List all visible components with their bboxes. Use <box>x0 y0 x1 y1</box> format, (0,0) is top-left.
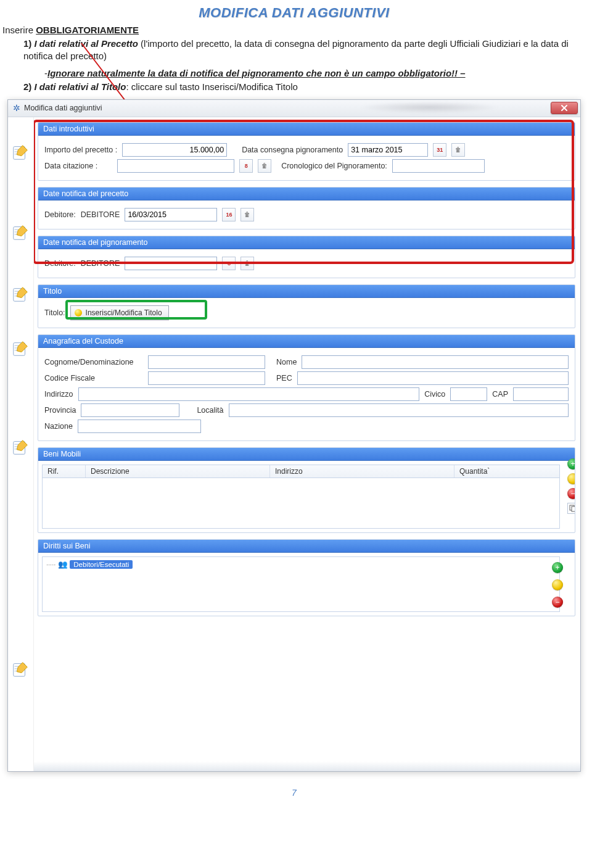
intro-prefix: Inserire <box>2 25 36 35</box>
col-indirizzo: Indirizzo <box>270 465 454 477</box>
debitore-name: DEBITORE <box>81 210 120 219</box>
group-header: Diritti sui Beni <box>38 540 575 553</box>
list-item-2: 2) I dati relativi al Titolo: cliccare s… <box>23 81 586 93</box>
calendar-icon[interactable]: 16 <box>222 208 236 221</box>
tree-node-debitori[interactable]: Debitori/Esecutati <box>70 560 133 569</box>
group-notifica-precetto: Date notifica del precetto Debitore: DEB… <box>38 187 575 229</box>
item2-number: 2) <box>23 81 31 92</box>
note-icon <box>11 143 30 162</box>
col-quantita: Quantita` <box>454 465 559 477</box>
importo-input[interactable] <box>122 143 227 157</box>
titolo-label: Titolo: <box>44 308 65 317</box>
add-node-button[interactable]: + <box>552 562 563 573</box>
window-title: Modifica dati aggiuntivi <box>24 104 102 112</box>
people-icon: 👥 <box>58 560 68 569</box>
data-citazione-input[interactable] <box>117 159 234 173</box>
item2-title: I dati relativi al Titolo <box>35 81 126 92</box>
civico-label: Civico <box>424 390 445 399</box>
group-header: Date notifica del precetto <box>38 188 575 200</box>
group-anagrafica-custode: Anagrafica del Custode Cognome/Denominaz… <box>38 334 575 441</box>
calendar-day: 8 <box>245 163 248 169</box>
note-icon <box>11 660 30 679</box>
remove-row-button[interactable]: − <box>567 488 575 499</box>
trash-icon[interactable]: 🗑 <box>451 143 465 157</box>
group-notifica-pignoramento: Date notifica del pignoramento Debitore:… <box>38 236 575 278</box>
precetto-date-input[interactable] <box>125 208 217 221</box>
cognome-input[interactable] <box>148 355 265 369</box>
pignoramento-date-input[interactable] <box>125 257 217 270</box>
tree-side-buttons: + − <box>552 562 563 608</box>
nazione-input[interactable] <box>78 420 201 433</box>
data-citazione-label: Data citazione : <box>44 162 97 170</box>
intro-mandatory: OBBLIGATORIAMENTE <box>36 25 139 35</box>
debitore-label: Debitore: <box>44 210 76 219</box>
col-rif: Rif. <box>43 465 86 477</box>
pec-input[interactable] <box>297 371 569 385</box>
item1-title: I dati relativi al Precetto <box>35 38 138 49</box>
calendar-day: 31 <box>437 147 443 153</box>
left-gutter <box>8 117 34 771</box>
nome-input[interactable] <box>302 355 569 369</box>
table-body <box>42 478 560 529</box>
cronologico-input[interactable] <box>392 159 485 173</box>
calendar-icon[interactable]: 31 <box>433 143 446 157</box>
note-icon <box>11 223 30 242</box>
page-number: 7 <box>2 788 586 798</box>
data-consegna-label: Data consegna pignoramento <box>242 146 343 154</box>
remove-node-button[interactable]: − <box>552 597 563 608</box>
button-label: Inserisci/Modifica Titolo <box>86 308 162 317</box>
calendar-day: 16 <box>226 212 232 218</box>
edit-node-button[interactable] <box>552 579 563 590</box>
trash-icon[interactable]: 🗑 <box>240 208 254 221</box>
group-header: Beni Mobili <box>38 448 575 461</box>
trash-icon[interactable]: 🗑 <box>240 257 254 270</box>
tree-view[interactable]: ····· 👥 Debitori/Esecutati + − <box>42 556 560 612</box>
list-item-1: 1) I dati relativi al Precetto (l'import… <box>23 38 586 63</box>
copy-button[interactable] <box>567 503 575 514</box>
indirizzo-label: Indirizzo <box>44 390 73 399</box>
titlebar-shadow <box>358 102 500 113</box>
titlebar: ✲ Modifica dati aggiuntivi <box>8 100 580 117</box>
cf-input[interactable] <box>148 371 265 385</box>
group-titolo: Titolo Titolo: Inserisci/Modifica Titolo <box>38 284 575 328</box>
provincia-input[interactable] <box>81 403 179 417</box>
inserisci-modifica-titolo-button[interactable]: Inserisci/Modifica Titolo <box>70 305 169 320</box>
yellow-dot-icon <box>75 309 82 316</box>
localita-label: Località <box>197 406 223 415</box>
content-scroll[interactable]: Dati introduttivi Importo del precetto :… <box>34 117 580 771</box>
item1-subnote: -Ignorare naturalmente la data di notifi… <box>44 68 586 78</box>
civico-input[interactable] <box>450 387 487 401</box>
cap-input[interactable] <box>513 387 569 401</box>
cap-label: CAP <box>492 390 508 399</box>
table-header: Rif. Descrizione Indirizzo Quantita` <box>42 465 560 478</box>
group-header: Date notifica del pignoramento <box>38 236 575 249</box>
group-header: Dati introduttivi <box>38 123 575 136</box>
note-icon <box>11 339 30 358</box>
calendar-icon[interactable]: 8 <box>239 159 253 173</box>
col-descrizione: Descrizione <box>86 465 270 477</box>
item1-number: 1) <box>23 38 31 49</box>
indirizzo-input[interactable] <box>78 387 420 401</box>
cognome-label: Cognome/Denominazione <box>44 358 143 366</box>
group-beni-mobili: Beni Mobili Rif. Descrizione Indirizzo Q… <box>38 447 575 533</box>
calendar-icon[interactable]: 8 <box>222 257 236 270</box>
pec-label: PEC <box>276 374 292 382</box>
close-button[interactable] <box>551 102 578 114</box>
trash-icon[interactable]: 🗑 <box>258 159 271 173</box>
group-header: Anagrafica del Custode <box>38 335 575 348</box>
cronologico-label: Cronologico del Pignoramento: <box>281 162 387 170</box>
item2-body: : cliccare sul tasto Inserisci/Modifica … <box>126 81 297 92</box>
provincia-label: Provincia <box>44 406 76 415</box>
localita-input[interactable] <box>229 403 569 417</box>
group-diritti-beni: Diritti sui Beni ····· 👥 Debitori/Esecut… <box>38 539 575 616</box>
page-title: MODIFICA DATI AGGIUNTIVI <box>2 5 586 21</box>
intro-line: Inserire OBBLIGATORIAMENTE <box>2 25 586 35</box>
add-row-button[interactable]: + <box>567 458 575 469</box>
nazione-label: Nazione <box>44 422 73 431</box>
gear-icon: ✲ <box>13 103 20 113</box>
subnote-text: Ignorare naturalmente la data di notific… <box>47 68 466 78</box>
importo-label: Importo del precetto : <box>44 146 117 154</box>
note-icon <box>11 285 30 304</box>
data-consegna-input[interactable] <box>348 143 428 157</box>
edit-row-button[interactable] <box>567 473 575 484</box>
